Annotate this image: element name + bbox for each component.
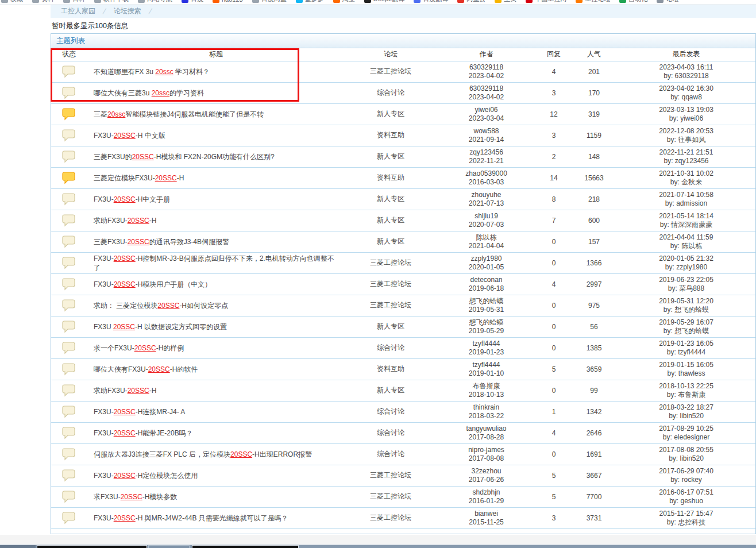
keyword-link[interactable]: 20ssc [107, 110, 125, 118]
last-post-by[interactable]: by: 菜鸟888 [617, 284, 755, 293]
last-post-by[interactable]: by: zqy123456 [617, 157, 755, 165]
keyword-link[interactable]: 20SSC [230, 450, 252, 458]
forum-link[interactable]: 综合讨论 [377, 88, 404, 97]
author-name[interactable]: zhao0539000 [436, 169, 537, 178]
keyword-link[interactable]: 20ssc [152, 89, 169, 97]
last-post-by[interactable]: by: 往事如风 [617, 136, 755, 144]
keyword-link[interactable]: 20SSC [121, 493, 142, 501]
last-post-by[interactable]: by: tzyfl4444 [617, 348, 755, 357]
bookmark-item[interactable]: 阿里云 [457, 0, 485, 3]
last-post-by[interactable]: by: 630329118 [617, 72, 755, 80]
breadcrumb-item[interactable]: 工控人家园 [60, 6, 97, 16]
forum-link[interactable]: 新人专区 [377, 195, 404, 203]
forum-link[interactable]: 三菱工控论坛 [370, 67, 411, 75]
last-post-by[interactable]: by: rockey [617, 476, 755, 484]
author-name[interactable]: 布鲁斯康 [436, 382, 537, 391]
author-name[interactable]: shijiu19 [436, 212, 537, 221]
author-name[interactable]: shdzbhjn [436, 488, 537, 497]
taskbar-window[interactable] [37, 545, 147, 548]
author-name[interactable]: yiwei06 [436, 106, 537, 114]
author-name[interactable]: zhouyuhe [436, 191, 537, 199]
keyword-link[interactable]: 20SSC [114, 514, 136, 522]
keyword-link[interactable]: 20SSC [114, 472, 136, 480]
last-post-by[interactable]: by: admission [617, 199, 755, 208]
forum-link[interactable]: 三菱工控论坛 [370, 514, 411, 522]
keyword-link[interactable]: 20SSC [113, 323, 135, 331]
author-name[interactable]: 32zezhou [436, 467, 537, 476]
last-post-by[interactable]: by: zzply1980 [617, 263, 755, 272]
topic-title-link[interactable]: 三菱20ssc智能模块链接J4伺服器电机能使能了但是不转 [94, 110, 264, 118]
keyword-link[interactable]: 20SSC [114, 408, 136, 416]
last-post-by[interactable]: by: qqaw8 [617, 93, 755, 102]
keyword-link[interactable]: 20SSC [114, 280, 136, 288]
forum-link[interactable]: 新人专区 [377, 110, 404, 118]
topic-title-link[interactable]: 求一个FX3U-20SSC-H的样例 [94, 344, 184, 352]
topic-title-link[interactable]: FX3U-20SSC-H能带JE-20B吗？ [94, 429, 193, 437]
author-name[interactable]: 630329118 [436, 84, 537, 93]
author-name[interactable]: thinkrain [436, 403, 537, 412]
topic-title-link[interactable]: FX3U-20SSC-H 與MR-J4W2-44B 只需要光纖線就可以了是嗎？ [94, 514, 288, 522]
topic-title-link[interactable]: FX3U-20SSC-H 中文版 [94, 132, 165, 140]
bookmark-item[interactable]: 资料 [32, 0, 54, 3]
keyword-link[interactable]: 20SSC [132, 153, 154, 161]
topic-title-link[interactable]: FX3U-20SSC-H控制MR-J3-B伺服原点回归停不下来，2.电机转动方向… [94, 254, 334, 272]
topic-title-link[interactable]: 求FX3U-20SSC-H模块参数 [94, 493, 177, 501]
forum-link[interactable]: 三菱工控论坛 [370, 258, 411, 267]
last-post-by[interactable]: by: 想飞的蛤蟆 [617, 327, 755, 335]
topic-title-link[interactable]: 哪位大侠有FX3U-20SSC-H的软件 [94, 365, 198, 373]
bookmark-item[interactable]: 百度 [182, 0, 203, 3]
forum-link[interactable]: 资料互助 [377, 173, 404, 182]
forum-link[interactable]: 三菱工控论坛 [370, 280, 411, 288]
forum-link[interactable]: 新人专区 [377, 322, 404, 330]
forum-link[interactable]: 资料互助 [377, 131, 404, 139]
forum-link[interactable]: 新人专区 [377, 216, 404, 224]
topic-title-link[interactable]: 三菱定位模块FX3U-20SSC-H [94, 174, 184, 182]
forum-link[interactable]: 综合讨论 [377, 450, 404, 458]
author-name[interactable]: bianwei [436, 510, 537, 518]
breadcrumb-item[interactable]: 论坛搜索 [113, 6, 142, 16]
author-name[interactable]: zqy123456 [436, 148, 537, 157]
topic-title-link[interactable]: 求助： 三菱定位模块20SSC-H如何设定零点 [94, 302, 228, 310]
last-post-by[interactable]: by: libin520 [617, 454, 755, 463]
keyword-link[interactable]: 20SSC [157, 302, 179, 310]
topic-title-link[interactable]: FX3U-20SSC-H连接MR-J4- A [94, 408, 185, 416]
author-name[interactable]: nipro-james [436, 446, 537, 454]
bookmark-item[interactable]: hao123 [213, 0, 243, 3]
author-name[interactable]: tzyfl4444 [436, 339, 537, 348]
bookmark-item[interactable]: 百科 [63, 0, 85, 3]
forum-link[interactable]: 三菱工控论坛 [370, 301, 411, 309]
author-name[interactable]: zzply1980 [436, 254, 537, 263]
topic-title-link[interactable]: 伺服放大器J3连接三菱FX PLC 后，定位模块20SSC-H出现ERROR报警 [94, 450, 312, 458]
last-post-by[interactable]: by: 陈以栋 [617, 242, 755, 250]
bookmark-item[interactable]: 百度网盘 [252, 0, 287, 3]
forum-link[interactable]: 三菱工控论坛 [370, 492, 411, 500]
forum-link[interactable]: 新人专区 [377, 237, 404, 245]
bookmark-item[interactable]: 论坛 [657, 0, 678, 3]
taskbar-button[interactable] [148, 545, 190, 548]
keyword-link[interactable]: 20SSC [114, 254, 136, 263]
bookmark-item[interactable]: 自动化 [619, 0, 647, 3]
topic-title-link[interactable]: FX3U-20SSC-H定位模块怎么使用 [94, 472, 198, 480]
last-post-by[interactable]: by: geshuo [617, 497, 755, 505]
bookmark-item[interactable]: 百度翻译 [414, 0, 448, 3]
last-post-by[interactable]: by: 想飞的蛤蟆 [617, 306, 755, 314]
bookmark-item[interactable]: 工控论坛 [576, 0, 610, 3]
topic-title-link[interactable]: 三菱FX3U-20SSC的通讯导致J3-4B伺服报警 [94, 238, 229, 246]
bookmark-item[interactable]: 淘宝 [333, 0, 355, 3]
topic-title-link[interactable]: FX3U-20SSC-H模块用户手册（中文） [94, 280, 211, 288]
bookmark-item[interactable]: 盘多多 [296, 0, 324, 3]
topic-title-link[interactable]: FX3U-20SSC-H中文手册 [94, 195, 170, 203]
bookmark-item[interactable]: DeepL翻译 [364, 0, 404, 3]
last-post-by[interactable]: by: 情深深雨蒙蒙 [617, 221, 755, 229]
bookmark-item[interactable]: 主页 [495, 0, 516, 3]
last-post-by[interactable]: by: 金秋来 [617, 178, 755, 187]
bookmark-item[interactable]: 中国工控网 [526, 0, 566, 3]
topic-title-link[interactable]: 不知道哪里有FX 3u 20ssc 学习材料？ [94, 68, 210, 76]
author-name[interactable]: tangyuwuliao [436, 424, 537, 433]
forum-link[interactable]: 资料互助 [377, 365, 404, 373]
author-name[interactable]: 想飞的蛤蟆 [436, 318, 537, 327]
author-name[interactable]: wow588 [436, 127, 537, 136]
keyword-link[interactable]: 20SSC [148, 365, 170, 373]
forum-link[interactable]: 新人专区 [377, 386, 404, 394]
last-post-by[interactable]: by: 布鲁斯康 [617, 391, 755, 399]
